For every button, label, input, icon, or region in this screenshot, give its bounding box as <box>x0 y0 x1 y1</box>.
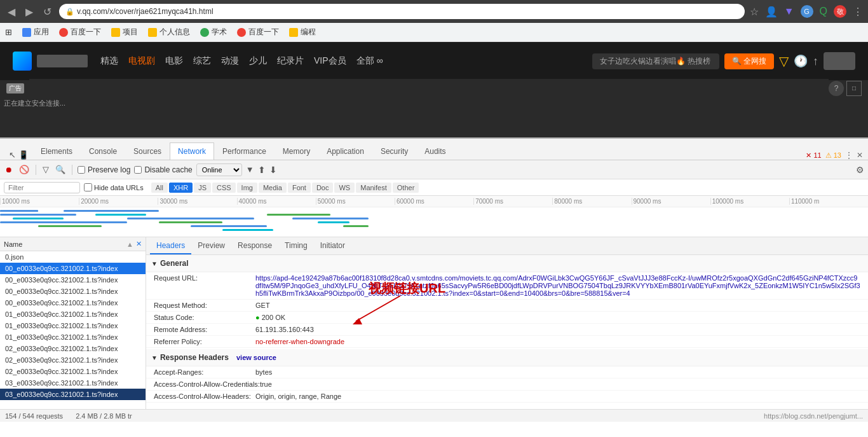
import-icon[interactable]: ⬆ <box>258 165 266 175</box>
file-item[interactable]: 02_e0033e0q9cc.321002.1.ts?index <box>0 343 146 354</box>
search-icon[interactable]: 🔍 <box>54 165 67 174</box>
detail-tab-timing[interactable]: Timing <box>278 238 314 254</box>
file-item[interactable]: 0.json <box>0 251 146 263</box>
devtools-more-icon[interactable]: ⋮ <box>845 151 853 160</box>
file-item[interactable]: 00_e0033e0q9cc.321002.1.ts?index <box>0 286 146 297</box>
bookmark-baidu1[interactable]: 百度一下 <box>59 27 101 38</box>
file-item[interactable]: 02_e0033e0q9cc.321002.1.ts?index <box>0 366 146 377</box>
tab-network[interactable]: Network <box>170 142 214 160</box>
tab-security[interactable]: Security <box>372 142 416 160</box>
bookmark-academic[interactable]: 学术 <box>200 27 227 38</box>
record-button[interactable]: ⏺ <box>4 165 14 175</box>
close-detail-icon[interactable]: ✕ <box>136 240 142 248</box>
user-avatar-area[interactable] <box>824 52 855 70</box>
filter-font[interactable]: Font <box>288 183 311 193</box>
filter-doc[interactable]: Doc <box>312 183 334 193</box>
sort-icon[interactable]: ▲ <box>126 240 133 248</box>
filter-media[interactable]: Media <box>259 183 287 193</box>
hide-data-urls-label[interactable]: Hide data URLs <box>84 183 144 191</box>
devtools-close-icon[interactable]: ✕ <box>857 151 863 160</box>
bookmark-personal[interactable]: 个人信息 <box>148 27 190 38</box>
filter-img[interactable]: Img <box>237 183 257 193</box>
menu-icon[interactable]: ⋮ <box>853 6 863 18</box>
response-headers-section-header[interactable]: ▼ Response Headers view source <box>146 349 868 366</box>
tab-memory[interactable]: Memory <box>275 142 318 160</box>
file-item[interactable]: 01_e0033e0q9cc.321002.1.ts?index <box>0 331 146 343</box>
view-source-link[interactable]: view source <box>236 354 276 361</box>
preserve-log-label[interactable]: Preserve log <box>78 165 130 174</box>
nav-variety[interactable]: 综艺 <box>193 55 211 67</box>
history-icon[interactable]: 🕐 <box>794 54 808 68</box>
detail-tab-initiator[interactable]: Initiator <box>314 238 351 254</box>
nav-all[interactable]: 全部 ∞ <box>356 55 383 67</box>
clear-button[interactable]: 🚫 <box>18 165 31 174</box>
devtools-settings-icon[interactable]: ⚙ <box>856 165 864 175</box>
vip-icon[interactable]: ▽ <box>779 53 789 69</box>
filter-css[interactable]: CSS <box>212 183 236 193</box>
file-item[interactable]: 00_e0033e0q9cc.321002.1.ts?index <box>0 297 146 309</box>
nav-vip[interactable]: VIP会员 <box>314 55 346 67</box>
address-bar[interactable]: 🔒 v.qq.com/x/cover/rjae621myqca41h.html <box>59 4 745 19</box>
device-toolbar-icon[interactable]: 📱 <box>18 150 29 160</box>
detail-tab-preview[interactable]: Preview <box>191 238 231 254</box>
tab-elements[interactable]: Elements <box>32 142 81 160</box>
disable-cache-checkbox[interactable] <box>134 166 142 174</box>
back-button[interactable]: ◀ <box>5 3 18 20</box>
file-item[interactable]: 01_e0033e0q9cc.321002.1.ts?index <box>0 320 146 331</box>
ad-settings-icon[interactable]: □ <box>846 81 862 96</box>
inspect-element-icon[interactable]: ↖ <box>9 150 16 160</box>
name-column-header: Name <box>4 240 22 248</box>
detail-tab-headers[interactable]: Headers <box>150 238 191 254</box>
tab-audits[interactable]: Audits <box>416 142 454 160</box>
tab-performance[interactable]: Performance <box>214 142 275 160</box>
filter-input[interactable] <box>4 182 80 193</box>
filter-xhr[interactable]: XHR <box>169 183 193 193</box>
detail-tab-response[interactable]: Response <box>231 238 278 254</box>
search-button[interactable]: 🔍 全网搜 <box>724 53 774 69</box>
bookmark-coding[interactable]: 编程 <box>289 27 316 38</box>
throttle-select[interactable]: Online Fast 3G Slow 3G Offline <box>196 163 242 176</box>
bookmark-project[interactable]: 项目 <box>111 27 138 38</box>
bookmark-baidu2[interactable]: 百度一下 <box>237 27 279 38</box>
reload-button[interactable]: ↺ <box>41 3 54 20</box>
hide-data-urls-checkbox[interactable] <box>84 183 92 191</box>
filter-icon[interactable]: ▽ <box>41 165 50 174</box>
general-section-header[interactable]: ▼ General <box>146 255 868 272</box>
profile-avatar[interactable]: 敬 <box>834 5 846 18</box>
preserve-log-checkbox[interactable] <box>78 166 85 174</box>
sidebar-content <box>614 96 868 137</box>
filter-ws[interactable]: WS <box>334 183 355 193</box>
nav-kids[interactable]: 少儿 <box>249 55 267 67</box>
file-item[interactable]: 00_e0033e0q9cc.321002.1.ts?index <box>0 263 146 274</box>
file-item[interactable]: 01_e0033e0q9cc.321002.1.ts?index <box>0 309 146 320</box>
file-item[interactable]: 00_e0033e0q9cc.321002.1.ts?index <box>0 274 146 286</box>
export-icon[interactable]: ⬇ <box>269 165 277 175</box>
tab-application[interactable]: Application <box>318 142 372 160</box>
close-ad-button[interactable]: ? <box>829 81 844 96</box>
nav-jingxuan[interactable]: 精选 <box>100 55 118 67</box>
upload-share-icon[interactable]: ↑ <box>813 55 818 68</box>
filter-manifest[interactable]: Manifest <box>356 183 391 193</box>
forward-button[interactable]: ▶ <box>23 3 36 20</box>
nav-anime[interactable]: 动漫 <box>221 55 239 67</box>
filter-js[interactable]: JS <box>194 183 211 193</box>
tab-console[interactable]: Console <box>81 142 125 160</box>
nav-doc[interactable]: 纪录片 <box>277 55 304 67</box>
extension-g-icon[interactable]: G <box>801 5 813 18</box>
filter-other[interactable]: Other <box>393 183 419 193</box>
bookmark-star-icon[interactable]: ☆ <box>750 6 759 18</box>
extension-v-icon[interactable]: ▼ <box>784 6 794 17</box>
nav-movie[interactable]: 电影 <box>165 55 183 67</box>
nav-tv[interactable]: 电视剧 <box>128 55 155 67</box>
extension-q-icon[interactable]: Q <box>820 6 827 17</box>
tab-sources[interactable]: Sources <box>125 142 170 160</box>
apps-icon[interactable]: ⊞ <box>5 27 12 37</box>
disable-cache-label[interactable]: Disable cache <box>134 165 192 174</box>
search-input-display[interactable]: 女子边吃火锅边看演唱🔥 热搜榜 <box>592 53 719 69</box>
file-item[interactable]: 03_e0033e0q9cc.321002.1.ts?index <box>0 377 146 389</box>
filter-all[interactable]: All <box>151 183 168 193</box>
file-item-selected-last[interactable]: 03_e0033e0q9cc.321002.1.ts?index <box>0 389 146 400</box>
extensions-icon[interactable]: 👤 <box>765 6 778 18</box>
file-item[interactable]: 02_e0033e0q9cc.321002.1.ts?index <box>0 354 146 366</box>
bookmark-apps[interactable]: 应用 <box>22 27 49 38</box>
